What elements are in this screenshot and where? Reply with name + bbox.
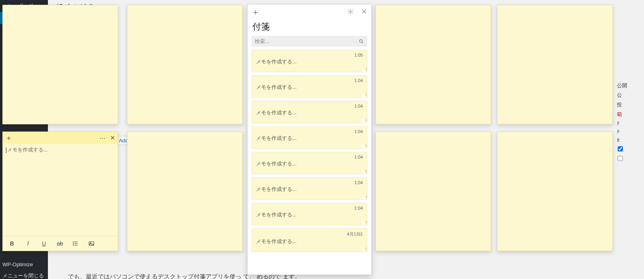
svg-point-13 — [350, 11, 351, 12]
svg-point-16 — [359, 39, 362, 42]
sticky-hub-window[interactable]: ＋ 付箋 1:05メモを作成する...1:04メモを作成する...1:04メモを… — [247, 4, 372, 275]
hub-card-time: 1:04 — [256, 155, 363, 159]
wp-menu-collapse[interactable]: メニューを閉じる — [0, 270, 48, 279]
wp-menu-wpoptimize[interactable]: WP-Optimize — [0, 259, 48, 270]
gear-icon — [347, 8, 354, 15]
hub-card-time: 1:04 — [256, 129, 363, 134]
format-underline-button[interactable]: U — [40, 240, 48, 247]
wp-side-b: 投 — [617, 101, 643, 108]
hub-title: 付箋 — [248, 20, 371, 36]
note-new-icon[interactable]: ＋ — [5, 133, 12, 143]
wp-side-e: ﾃ — [617, 129, 643, 135]
sticky-note-4[interactable] — [497, 5, 613, 124]
hub-card-time: 1:04 — [256, 180, 363, 185]
card-fold-icon — [362, 195, 367, 199]
hub-card-text: メモを作成する... — [256, 211, 363, 218]
hub-card-text: メモを作成する... — [256, 109, 363, 116]
wp-meta-side: 公開 公 投 箱 ﾃ ﾃ ｶ — [616, 80, 644, 165]
sticky-note-1[interactable] — [2, 5, 118, 124]
hub-titlebar: ＋ — [248, 4, 371, 20]
hub-note-list[interactable]: 1:05メモを作成する...1:04メモを作成する...1:04メモを作成する.… — [248, 50, 371, 275]
hub-note-card[interactable]: 1:04メモを作成する... — [252, 177, 367, 200]
sticky-note-3[interactable] — [375, 5, 491, 124]
image-icon — [88, 240, 95, 247]
svg-point-10 — [73, 245, 73, 245]
card-fold-icon — [362, 143, 367, 148]
format-strike-button[interactable]: ab — [56, 240, 63, 247]
wp-side-c[interactable]: 箱 — [617, 111, 643, 118]
sticky-note-2[interactable] — [127, 5, 243, 124]
card-fold-icon — [362, 67, 367, 72]
svg-point-8 — [73, 242, 73, 242]
svg-line-17 — [362, 42, 363, 43]
hub-card-text: メモを作成する... — [256, 135, 363, 142]
text-cursor-icon — [6, 147, 6, 153]
sticky-note-6[interactable] — [375, 132, 491, 251]
card-fold-icon — [362, 118, 367, 123]
hub-note-card[interactable]: 1:04メモを作成する... — [252, 101, 367, 123]
hub-card-time: 1:04 — [256, 104, 363, 108]
close-icon — [361, 8, 367, 15]
card-fold-icon — [362, 92, 367, 97]
sticky-note-editor[interactable]: ＋ ⋯ ✕ メモを作成する... B I U ab — [2, 132, 118, 251]
wp-side-publish[interactable]: 公開 — [617, 82, 643, 89]
hub-note-card[interactable]: 1:04メモを作成する... — [252, 75, 367, 98]
note-format-toolbar: B I U ab — [3, 236, 118, 251]
hub-close-button[interactable] — [361, 8, 367, 16]
hub-settings-button[interactable] — [347, 8, 354, 16]
hub-new-note-icon[interactable]: ＋ — [252, 7, 260, 18]
card-fold-icon — [362, 247, 367, 251]
hub-card-time: 4月13日 — [256, 231, 363, 237]
search-icon — [359, 39, 364, 44]
note-editor-header: ＋ ⋯ ✕ — [3, 132, 118, 144]
hub-card-time: 1:05 — [256, 53, 363, 57]
hub-card-text: メモを作成する... — [256, 186, 363, 193]
hub-search[interactable] — [252, 36, 367, 47]
format-list-button[interactable] — [72, 240, 79, 247]
svg-point-9 — [73, 243, 73, 244]
hub-note-card[interactable]: 1:04メモを作成する... — [252, 126, 367, 149]
format-bold-button[interactable]: B — [8, 240, 16, 247]
hub-card-text: メモを作成する... — [256, 58, 363, 65]
sticky-note-7[interactable] — [497, 132, 613, 251]
format-image-button[interactable] — [88, 240, 95, 247]
wp-side-f: ｶ — [617, 137, 643, 143]
wp-side-check2[interactable] — [618, 156, 623, 161]
hub-search-input[interactable] — [255, 38, 359, 44]
wp-side-check1[interactable] — [618, 146, 623, 151]
hub-card-text: メモを作成する... — [256, 238, 363, 245]
hub-card-time: 1:04 — [256, 206, 363, 210]
card-fold-icon — [362, 220, 367, 225]
wp-side-d: ﾃ — [617, 120, 643, 126]
card-fold-icon — [362, 169, 367, 174]
wp-side-a: 公 — [617, 92, 643, 99]
format-italic-button[interactable]: I — [24, 240, 32, 247]
hub-note-card[interactable]: 1:04メモを作成する... — [252, 152, 367, 174]
hub-note-card[interactable]: 1:04メモを作成する... — [252, 203, 367, 225]
note-editor-placeholder: メモを作成する... — [7, 147, 48, 153]
list-icon — [72, 240, 79, 247]
note-menu-icon[interactable]: ⋯ — [99, 134, 105, 141]
hub-card-time: 1:04 — [256, 78, 363, 83]
sticky-note-5[interactable] — [127, 132, 243, 251]
hub-card-text: メモを作成する... — [256, 84, 363, 91]
note-close-icon[interactable]: ✕ — [110, 134, 115, 141]
hub-note-card[interactable]: 4月13日メモを作成する... — [252, 228, 367, 252]
hub-card-text: メモを作成する... — [256, 160, 363, 167]
hub-note-card[interactable]: 1:05メモを作成する... — [252, 50, 367, 72]
note-editor-body[interactable]: メモを作成する... — [3, 144, 118, 236]
